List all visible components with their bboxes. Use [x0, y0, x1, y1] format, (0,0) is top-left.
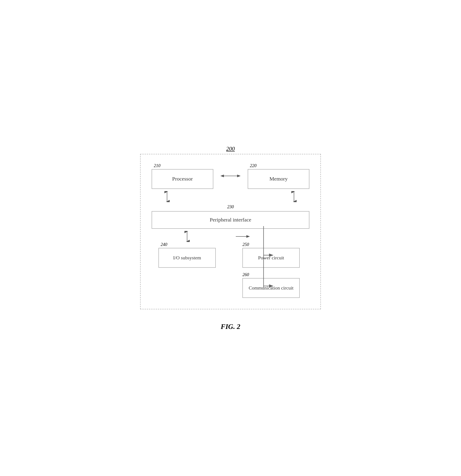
memory-box: Memory	[248, 169, 309, 189]
periph-power-arrow	[236, 231, 280, 242]
bidirectional-arrow-svg	[219, 171, 242, 180]
comm-label: Communication circuit	[249, 285, 293, 291]
comm-block: 260 Communication circuit	[227, 272, 309, 298]
peripheral-box: Peripheral interface	[152, 211, 309, 229]
power-section: 250 Power circuit	[227, 231, 309, 268]
memory-label: Memory	[270, 176, 288, 182]
proc-mem-arrow	[213, 166, 248, 186]
processor-box: Processor	[152, 169, 213, 189]
bottom-section: 240 I/O subsystem	[152, 231, 309, 298]
io-ref: 240	[161, 242, 167, 247]
row-top: 210 Processor	[152, 163, 309, 189]
outer-box: 210 Processor	[140, 154, 321, 309]
io-box: I/O subsystem	[158, 248, 216, 268]
peripheral-label: Peripheral interface	[210, 217, 252, 223]
vertical-arrows-row1	[152, 191, 309, 202]
proc-periph-arrow	[164, 191, 170, 202]
power-label: Power circuit	[258, 255, 284, 261]
peripheral-ref-container: 230	[152, 204, 309, 210]
periph-io-arrow	[184, 231, 190, 242]
io-label: I/O subsystem	[173, 255, 201, 261]
power-ref: 250	[242, 242, 249, 247]
diagram-wrapper: 210 Processor	[140, 154, 321, 309]
comm-section: 260 Communication circuit	[227, 272, 309, 298]
processor-ref: 210	[154, 163, 160, 168]
io-column: 240 I/O subsystem	[152, 231, 223, 298]
processor-block: 210 Processor	[152, 163, 213, 189]
power-block: 250 Power circuit	[227, 242, 309, 268]
comm-box: Communication circuit	[242, 278, 300, 298]
mem-periph-arrow	[291, 191, 297, 202]
peripheral-ref: 230	[227, 204, 234, 209]
comm-ref: 260	[242, 272, 249, 277]
fig-caption: FIG. 2	[221, 323, 240, 331]
processor-label: Processor	[172, 176, 193, 182]
io-block: 240 I/O subsystem	[158, 242, 216, 268]
diagram-ref-label: 200	[226, 145, 235, 152]
peripheral-row: 230 Peripheral interface	[152, 204, 309, 229]
page-container: 200 210 Processor	[131, 145, 330, 331]
memory-block: 220 Memory	[248, 163, 309, 189]
power-box: Power circuit	[242, 248, 300, 268]
top-label-container: 200	[131, 145, 330, 152]
right-column: 250 Power circuit	[223, 231, 309, 298]
memory-ref: 220	[250, 163, 257, 168]
